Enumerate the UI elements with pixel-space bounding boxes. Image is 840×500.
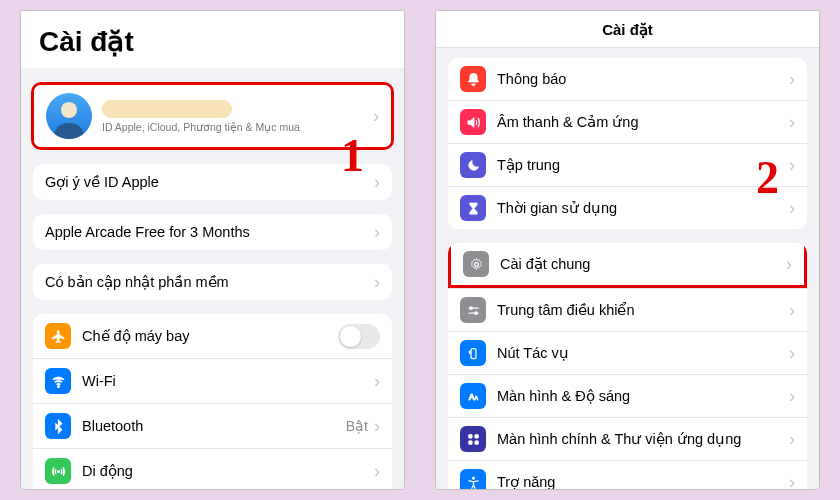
home-screen-row[interactable]: Màn hình chính & Thư viện ứng dụng › <box>448 417 807 460</box>
general-row[interactable]: Cài đặt chung › <box>448 243 807 288</box>
sounds-row[interactable]: Âm thanh & Cảm ứng › <box>448 100 807 143</box>
chevron-right-icon: › <box>789 156 795 174</box>
airplane-toggle[interactable] <box>338 324 380 349</box>
svg-rect-5 <box>471 348 476 358</box>
chevron-right-icon: › <box>789 473 795 489</box>
accessibility-row[interactable]: Trợ năng › <box>448 460 807 489</box>
chevron-right-icon: › <box>374 462 380 480</box>
arcade-promo-row[interactable]: Apple Arcade Free for 3 Months › <box>33 214 392 250</box>
chevron-right-icon: › <box>789 70 795 88</box>
svg-point-13 <box>472 476 475 479</box>
wifi-icon <box>45 368 71 394</box>
focus-row[interactable]: Tập trung › <box>448 143 807 186</box>
control-center-row[interactable]: Trung tâm điều khiển › <box>448 288 807 331</box>
grid-icon <box>460 426 486 452</box>
svg-rect-9 <box>468 434 472 438</box>
antenna-icon <box>45 458 71 484</box>
action-icon <box>460 340 486 366</box>
wifi-row[interactable]: Wi-Fi › <box>33 358 392 403</box>
phone-left: Cài đặt ID Apple, iCloud, Phương tiện & … <box>20 10 405 490</box>
chevron-right-icon: › <box>786 255 792 273</box>
moon-icon <box>460 152 486 178</box>
chevron-right-icon: › <box>789 113 795 131</box>
phone-right: Cài đặt Thông báo › Âm thanh & Cảm ứng › <box>435 10 820 490</box>
highlight-account: ID Apple, iCloud, Phương tiện & Mục mua … <box>31 82 394 150</box>
page-title-small: Cài đặt <box>436 11 819 48</box>
settings-screen-1: Cài đặt ID Apple, iCloud, Phương tiện & … <box>21 11 404 489</box>
apple-id-row[interactable]: ID Apple, iCloud, Phương tiện & Mục mua … <box>34 85 391 147</box>
page-title-large: Cài đặt <box>21 11 404 68</box>
account-subtitle: ID Apple, iCloud, Phương tiện & Mục mua <box>102 121 373 133</box>
chevron-right-icon: › <box>789 387 795 405</box>
chevron-right-icon: › <box>374 273 380 291</box>
svg-point-2 <box>474 262 478 266</box>
svg-rect-6 <box>469 351 470 354</box>
svg-rect-10 <box>474 434 478 438</box>
screentime-row[interactable]: Thời gian sử dụng › <box>448 186 807 229</box>
notifications-row[interactable]: Thông báo › <box>448 58 807 100</box>
action-button-row[interactable]: Nút Tác vụ › <box>448 331 807 374</box>
svg-rect-12 <box>474 440 478 444</box>
airplane-mode-row[interactable]: Chế độ máy bay <box>33 314 392 358</box>
svg-point-0 <box>57 385 59 387</box>
airplane-icon <box>45 323 71 349</box>
hourglass-icon <box>460 195 486 221</box>
account-name-redacted <box>102 100 232 118</box>
accessibility-icon <box>460 469 486 489</box>
chevron-right-icon: › <box>374 372 380 390</box>
chevron-right-icon: › <box>374 173 380 191</box>
cellular-row[interactable]: Di động › <box>33 448 392 489</box>
gear-icon <box>463 251 489 277</box>
software-update-row[interactable]: Có bản cập nhật phần mềm › <box>33 264 392 300</box>
chevron-right-icon: › <box>789 430 795 448</box>
svg-rect-11 <box>468 440 472 444</box>
svg-point-4 <box>474 311 477 314</box>
chevron-right-icon: › <box>373 107 379 125</box>
text-size-icon: AA <box>460 383 486 409</box>
sliders-icon <box>460 297 486 323</box>
apple-id-suggest-row[interactable]: Gợi ý về ID Apple › <box>33 164 392 200</box>
step-number-2: 2 <box>756 151 779 204</box>
avatar <box>46 93 92 139</box>
step-number-1: 1 <box>341 129 364 182</box>
bluetooth-icon <box>45 413 71 439</box>
settings-screen-2: Cài đặt Thông báo › Âm thanh & Cảm ứng › <box>436 11 819 489</box>
svg-point-1 <box>57 470 59 472</box>
chevron-right-icon: › <box>789 301 795 319</box>
display-row[interactable]: AA Màn hình & Độ sáng › <box>448 374 807 417</box>
bell-icon <box>460 66 486 92</box>
svg-point-3 <box>469 306 472 309</box>
chevron-right-icon: › <box>374 417 380 435</box>
bluetooth-row[interactable]: Bluetooth Bật › <box>33 403 392 448</box>
chevron-right-icon: › <box>789 344 795 362</box>
speaker-icon <box>460 109 486 135</box>
chevron-right-icon: › <box>374 223 380 241</box>
svg-text:A: A <box>474 395 478 401</box>
chevron-right-icon: › <box>789 199 795 217</box>
